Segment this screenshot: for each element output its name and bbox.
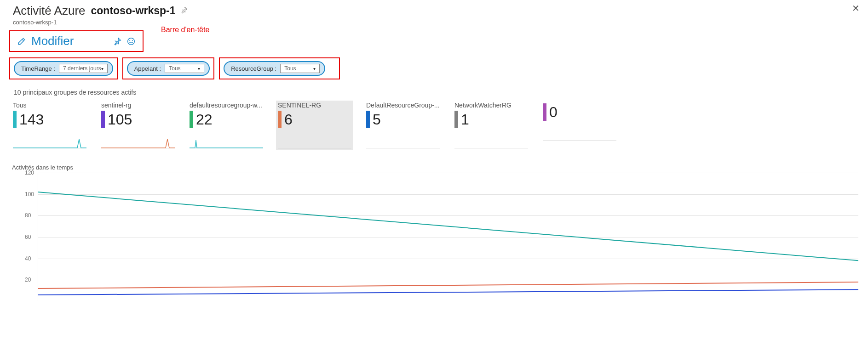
feedback-icon[interactable] [127,37,135,45]
card-accent-bar [101,111,105,128]
filter-caller[interactable]: Appelant : Tous ▾ [127,61,210,76]
chart-ytick: 40 [25,255,31,262]
filter-timerange-label: TimeRange : [21,65,55,72]
filter-caller-value: Tous [169,65,180,72]
filter-resourcegroup-label: ResourceGroup : [231,65,276,72]
svg-point-2 [132,40,133,41]
chart-series-line [38,289,858,295]
card-accent-bar [278,111,282,128]
chevron-down-icon: ▾ [101,66,103,71]
toolbar: Modifier [9,30,144,52]
page-header: Activité Azure contoso-wrksp-1 ✕ [9,0,859,18]
chart-ytick: 120 [25,170,34,176]
filter-timerange-outline: TimeRange : 7 derniers jours ▾ [9,57,118,79]
card-label: Tous [13,102,86,109]
chart-series-line [38,192,858,260]
breadcrumb: contoso-wrksp-1 [9,18,859,29]
card-value: 105 [108,111,132,128]
card-label: defaultresourcegroup-w... [190,102,263,109]
filter-resourcegroup-value: Tous [284,65,296,72]
filter-timerange[interactable]: TimeRange : 7 derniers jours ▾ [14,61,113,76]
card-label: DefaultResourceGroup-... [366,102,440,109]
card-accent-bar [366,111,370,128]
filters-row: TimeRange : 7 derniers jours ▾ Appelant … [9,57,859,79]
section-activities-title: Activités dans le temps [12,164,859,171]
filter-timerange-value: 7 derniers jours [63,65,101,72]
close-icon[interactable]: ✕ [852,3,860,14]
edit-icon[interactable] [17,37,26,45]
svg-point-0 [128,38,135,45]
section-top-groups-title: 10 principaux groupes de ressources acti… [14,89,859,96]
activities-chart: 20406080100120 [12,173,858,301]
card-value: 1 [461,111,469,128]
card-sparkline [101,136,175,148]
card-sparkline [190,136,263,148]
chart-ytick: 100 [25,191,34,198]
chart-ytick: 80 [25,212,31,219]
card-value: 22 [196,111,213,128]
card-sparkline [366,136,440,148]
chart-ytick: 20 [25,277,31,283]
filter-resourcegroup-select[interactable]: Tous ▾ [280,64,320,73]
card-accent-bar [454,111,458,128]
pin-icon[interactable] [113,37,121,45]
resource-group-card[interactable]: NetworkWatcherRG1 [453,101,530,150]
card-label: sentinel-rg [101,102,175,109]
chart-ytick: 60 [25,234,31,240]
svg-point-1 [130,40,131,41]
chart-svg [38,173,858,301]
chevron-down-icon: ▾ [198,66,200,71]
card-label: SENTINEL-RG [278,102,351,109]
filter-timerange-select[interactable]: 7 derniers jours ▾ [59,64,108,73]
resource-group-card[interactable]: SENTINEL-RG6 [276,101,353,150]
filter-caller-outline: Appelant : Tous ▾ [122,57,215,79]
filter-resourcegroup[interactable]: ResourceGroup : Tous ▾ [224,61,325,76]
resource-group-card[interactable]: Tous143 [11,101,88,150]
page-title: Activité Azure [13,4,86,18]
resource-group-card[interactable]: DefaultResourceGroup-...5 [364,101,442,150]
filter-caller-label: Appelant : [134,65,161,72]
card-sparkline [454,136,528,148]
card-sparkline [13,136,86,148]
card-sparkline [278,136,351,148]
card-value: 6 [284,111,293,128]
card-accent-bar [13,111,17,128]
modifier-button[interactable]: Modifier [31,34,74,48]
card-value: 0 [549,104,558,121]
card-value: 143 [19,111,44,128]
resource-group-cards: Tous143sentinel-rg105defaultresourcegrou… [11,101,857,150]
card-accent-bar [543,103,546,121]
chevron-down-icon: ▾ [313,66,316,71]
workspace-name: contoso-wrksp-1 [91,5,176,17]
filter-resourcegroup-outline: ResourceGroup : Tous ▾ [219,57,340,79]
resource-group-card[interactable]: 0 [541,101,618,150]
card-sparkline [543,129,616,141]
card-label: NetworkWatcherRG [454,102,528,109]
filter-caller-select[interactable]: Tous ▾ [165,64,204,73]
pin-icon[interactable] [180,6,188,16]
card-accent-bar [190,111,193,128]
resource-group-card[interactable]: sentinel-rg105 [99,101,177,150]
resource-group-card[interactable]: defaultresourcegroup-w...22 [188,101,265,150]
card-value: 5 [373,111,381,128]
chart-series-line [38,282,858,288]
